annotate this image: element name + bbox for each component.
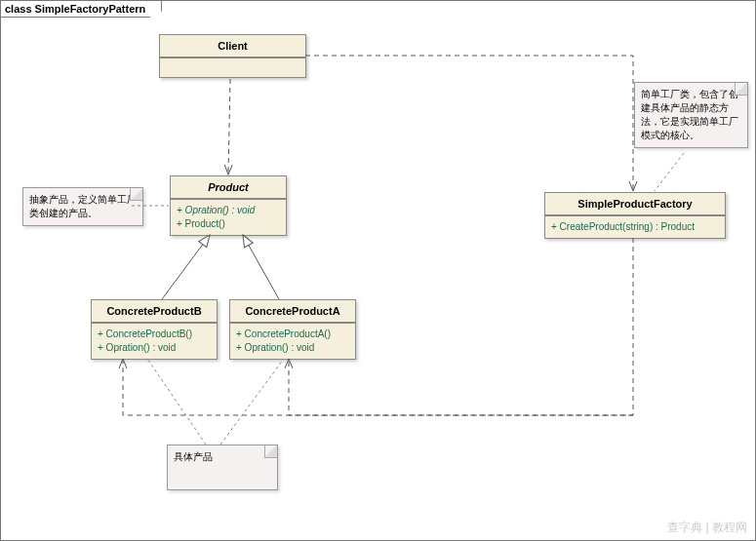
dep-client-factory: [305, 56, 633, 191]
dep-client-product: [228, 79, 230, 174]
watermark: 查字典 | 教程网: [667, 520, 747, 536]
class-ops: + ConcreteProductA() + Opration() : void: [230, 323, 355, 359]
dep-factory-b: [123, 359, 633, 415]
class-factory: SimpleProductFactory + CreateProduct(str…: [544, 192, 726, 239]
gen-a-product: [243, 235, 279, 299]
note-abstract-product: 抽象产品，定义简单工厂类创建的产品。: [22, 187, 143, 226]
note-factory: 简单工厂类，包含了创建具体产品的静态方法，它是实现简单工厂模式的核心。: [634, 82, 748, 148]
class-concrete-a: ConcreteProductA + ConcreteProductA() + …: [229, 299, 356, 360]
class-client: Client: [159, 34, 306, 78]
class-product: Product + Opration() : void + Product(): [170, 175, 287, 236]
class-title: SimpleProductFactory: [545, 193, 725, 215]
class-ops: + Opration() : void + Product(): [171, 199, 286, 235]
class-concrete-b: ConcreteProductB + ConcreteProductB() + …: [91, 299, 218, 360]
note-anchor-concrete-b: [147, 359, 206, 444]
note-anchor-concrete-a: [220, 359, 284, 444]
class-ops-empty: [160, 58, 305, 77]
class-title: ConcreteProductA: [230, 300, 355, 323]
class-diagram-frame: class SimpleFactoryPattern Client Produc…: [0, 0, 756, 541]
class-ops: + ConcreteProductB() + Opration() : void: [92, 323, 217, 359]
class-ops: + CreateProduct(string) : Product: [545, 215, 725, 238]
diagram-title: class SimpleFactoryPattern: [1, 1, 162, 18]
method: + Opration() : void: [98, 341, 211, 355]
class-title: Client: [160, 35, 305, 58]
method: + ConcreteProductB(): [98, 328, 211, 341]
note-anchor-factory: [655, 153, 684, 191]
method: + ConcreteProductA(): [236, 328, 349, 341]
method: + Opration() : void: [177, 205, 255, 215]
method: + Opration() : void: [236, 341, 349, 355]
method: + Product(): [177, 217, 280, 231]
method: + CreateProduct(string) : Product: [551, 220, 719, 234]
class-title: ConcreteProductB: [92, 300, 217, 323]
gen-b-product: [162, 235, 210, 299]
class-title: Product: [171, 176, 286, 199]
note-concrete-product: 具体产品: [167, 444, 278, 490]
